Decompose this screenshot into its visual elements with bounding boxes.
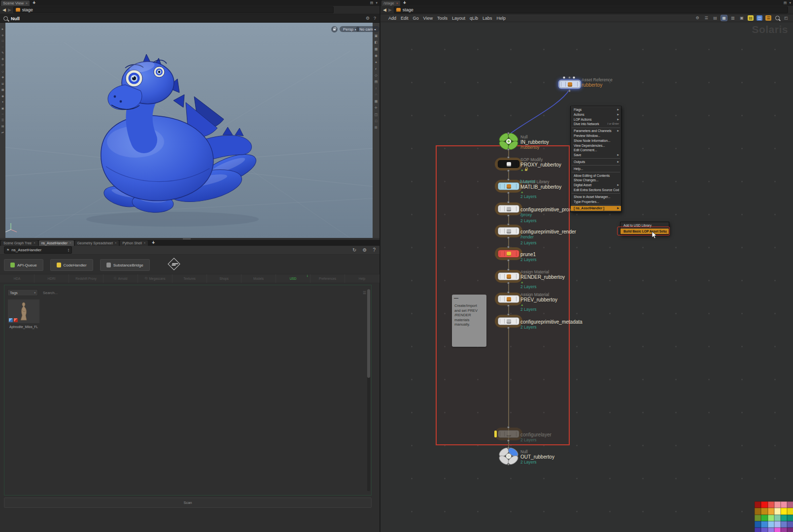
palette-swatch[interactable] bbox=[781, 521, 787, 528]
node-body[interactable] bbox=[498, 272, 519, 280]
palette-swatch[interactable] bbox=[781, 528, 787, 532]
select-box-icon[interactable]: □ bbox=[2, 39, 4, 42]
gear-icon[interactable]: ⚙ bbox=[366, 16, 370, 21]
stepper-icon[interactable]: ▲▼ bbox=[68, 248, 69, 252]
output-dot[interactable] bbox=[507, 259, 510, 262]
palette-swatch[interactable] bbox=[781, 515, 787, 521]
palette-swatch[interactable] bbox=[761, 528, 767, 532]
palette-swatch[interactable] bbox=[787, 528, 793, 532]
category-usd[interactable]: USD1 bbox=[276, 274, 310, 283]
handler-tab-api-queue[interactable]: API-Queue bbox=[4, 259, 43, 271]
points-icon[interactable]: ∴ bbox=[375, 93, 377, 97]
menu-item-type-properties[interactable]: Type Properties... bbox=[571, 200, 621, 204]
render-region-icon[interactable]: ▣ bbox=[1, 106, 4, 110]
node-prune1[interactable] bbox=[495, 247, 522, 260]
frame-view-icon[interactable]: ▣ bbox=[375, 34, 378, 38]
node-matlib-rubbertoy[interactable] bbox=[495, 180, 522, 193]
tab-stage[interactable]: /stage × bbox=[381, 0, 400, 6]
menu-item-ns-assethandler[interactable]: [ ns_AssetHandler ]▶ bbox=[571, 206, 621, 211]
light-tool-icon[interactable]: ✦ bbox=[1, 100, 4, 103]
mask-icon[interactable]: ◫ bbox=[375, 113, 378, 117]
input-dot[interactable] bbox=[568, 76, 571, 79]
output-dot[interactable] bbox=[568, 90, 571, 92]
input-dot[interactable] bbox=[507, 201, 510, 203]
menu-go[interactable]: Go bbox=[413, 16, 419, 21]
palette-swatch[interactable] bbox=[774, 501, 781, 508]
move-icon[interactable]: ✥ bbox=[1, 57, 4, 61]
pane-menu-icon[interactable]: ▤ bbox=[370, 1, 374, 5]
menu-help[interactable]: Help bbox=[497, 16, 506, 21]
lasso-icon[interactable]: ◌ bbox=[2, 45, 4, 48]
palette-swatch[interactable] bbox=[761, 501, 767, 508]
menu-item-save[interactable]: Save▶ bbox=[571, 153, 621, 158]
output-dot[interactable] bbox=[507, 192, 510, 194]
palette-swatch[interactable] bbox=[774, 515, 781, 521]
wireframe-icon[interactable]: ◇ bbox=[375, 73, 377, 77]
input-dot[interactable] bbox=[507, 156, 510, 159]
palette-swatch[interactable] bbox=[787, 501, 793, 508]
menu-item-show-node-information[interactable]: Show Node Information... bbox=[571, 138, 621, 143]
texture-icon[interactable]: ▤ bbox=[375, 80, 378, 84]
paint-icon[interactable]: ✎ bbox=[1, 51, 4, 54]
node-body[interactable] bbox=[559, 80, 581, 88]
category-megascans[interactable]: ⓂMegascans bbox=[138, 274, 172, 283]
add-panel-tab-icon[interactable]: + bbox=[152, 240, 155, 245]
measure-icon[interactable]: ↔ bbox=[1, 112, 4, 115]
info-icon[interactable]: ☰ bbox=[1, 118, 4, 122]
palette-swatch[interactable] bbox=[768, 515, 774, 521]
camera-tool-icon[interactable]: ◉ bbox=[1, 94, 4, 98]
camera-lock-button[interactable] bbox=[331, 26, 338, 33]
minimize-icon[interactable]: — bbox=[454, 297, 458, 300]
input-dot[interactable] bbox=[507, 291, 510, 294]
asset-card-aphrodite-milos-fl[interactable]: Aphrodite_Milos_FL bbox=[7, 299, 40, 329]
path-field[interactable]: stage bbox=[394, 6, 788, 13]
headlight-icon[interactable]: ✦ bbox=[375, 61, 378, 65]
overview-icon[interactable]: ◰ bbox=[783, 15, 789, 21]
node-body[interactable] bbox=[498, 227, 519, 235]
output-dot[interactable] bbox=[507, 236, 510, 239]
node-configureprimitive-metadata[interactable] bbox=[495, 315, 522, 328]
palette-swatch[interactable] bbox=[755, 515, 761, 521]
search-icon[interactable] bbox=[3, 16, 8, 21]
category-hdri[interactable]: HDRI bbox=[34, 274, 69, 283]
node-proxy-rubbertoy[interactable] bbox=[495, 158, 522, 170]
category-preferences[interactable]: Preferences bbox=[310, 274, 345, 283]
output-dot[interactable] bbox=[507, 214, 510, 217]
node-configureprimitive-proxy[interactable] bbox=[495, 202, 522, 215]
panel-tab-scene-graph-tree[interactable]: Scene Graph Tree× bbox=[1, 240, 38, 246]
palette-swatch[interactable] bbox=[768, 501, 774, 508]
input-dot[interactable] bbox=[507, 268, 510, 271]
input-dot[interactable] bbox=[507, 132, 510, 134]
menu-item-parameters-and-channels[interactable]: Parameters and Channels▶ bbox=[571, 129, 621, 133]
node-body[interactable] bbox=[498, 430, 519, 438]
resize-handle[interactable] bbox=[183, 238, 191, 239]
menu-item-digital-asset[interactable]: Digital Asset▶ bbox=[571, 183, 621, 188]
output-dot[interactable] bbox=[507, 169, 510, 172]
panel-tab-geometry-spreadsheet[interactable]: Geometry Spreadsheet× bbox=[75, 240, 119, 246]
task-graph-icon[interactable]: ☰ bbox=[765, 15, 771, 21]
snap-icon[interactable]: ⊞ bbox=[1, 82, 4, 85]
grid-toggle-icon[interactable]: ▦ bbox=[375, 100, 378, 103]
sort-icon[interactable]: ☰ bbox=[363, 291, 366, 295]
bypass-flag[interactable] bbox=[494, 431, 497, 437]
menu-item-edit-extra-sections-source-code[interactable]: Edit Extra Sections Source Code bbox=[571, 188, 621, 193]
palette-swatch[interactable] bbox=[755, 521, 761, 528]
node-configureprimitive-render[interactable] bbox=[495, 225, 522, 237]
node-out-rubbertoy[interactable] bbox=[495, 450, 522, 463]
palette-swatch[interactable] bbox=[761, 521, 767, 528]
grid-icon[interactable]: ▦ bbox=[1, 88, 4, 91]
input-dot[interactable] bbox=[507, 246, 510, 248]
crop-icon[interactable]: □ bbox=[375, 119, 377, 123]
palette-swatch[interactable] bbox=[755, 508, 761, 514]
zoom-icon[interactable] bbox=[774, 15, 780, 21]
palette-swatch[interactable] bbox=[761, 515, 767, 521]
pane-menu-icon[interactable]: ▤ bbox=[784, 1, 787, 5]
list-view-icon[interactable]: ▤ bbox=[712, 15, 718, 21]
expand-icon[interactable]: ⊞ bbox=[375, 126, 378, 130]
forward-icon[interactable]: ▶ bbox=[8, 7, 11, 12]
network-canvas[interactable]: Solaris Asset ReferencerubbertoyNullIN_r… bbox=[380, 22, 793, 532]
menu-item-actions[interactable]: Actions▶ bbox=[571, 112, 621, 117]
node-body[interactable] bbox=[498, 250, 519, 258]
category-arnold[interactable]: ⒶArnold bbox=[103, 274, 138, 283]
node-configurelayer[interactable] bbox=[495, 428, 522, 440]
